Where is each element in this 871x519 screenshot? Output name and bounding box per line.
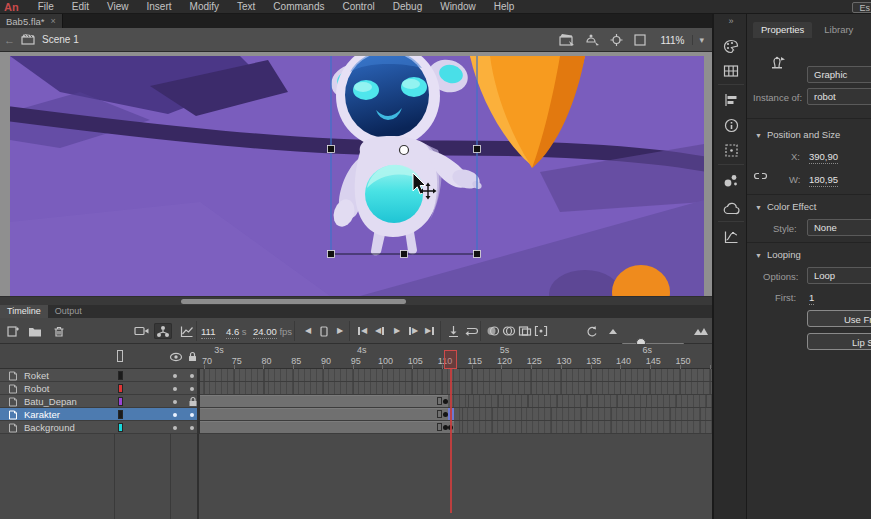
section-color-effect[interactable]: ▼Color Effect xyxy=(755,201,816,212)
center-stage-icon[interactable] xyxy=(609,33,624,47)
info-icon[interactable] xyxy=(721,115,741,135)
stage-canvas[interactable] xyxy=(0,52,712,296)
brush-library-icon[interactable] xyxy=(721,170,741,190)
layer-karakter[interactable]: Karakter xyxy=(0,408,197,421)
stage-zoom-dropdown[interactable]: 111% ▾ xyxy=(656,33,708,48)
show-parenting-view-button[interactable] xyxy=(154,323,172,339)
lock-column-icon[interactable] xyxy=(187,351,198,362)
empty-frames[interactable] xyxy=(454,421,712,433)
go-to-last-frame-button[interactable]: ▶ xyxy=(421,323,439,339)
layer-visibility-dot[interactable] xyxy=(173,400,177,404)
zoom-in-frames-icon[interactable] xyxy=(692,323,710,339)
menu-commands[interactable]: Commands xyxy=(264,1,333,12)
edit-symbols-icon[interactable] xyxy=(584,33,600,47)
center-playhead-button[interactable] xyxy=(444,323,462,339)
show-hide-column-icon[interactable] xyxy=(169,352,183,362)
layer-lock-dot[interactable] xyxy=(190,413,194,417)
layer-visibility-dot[interactable] xyxy=(173,413,177,417)
app-logo[interactable]: An xyxy=(4,1,19,13)
layer-lock-dot[interactable] xyxy=(190,374,194,378)
align-icon[interactable] xyxy=(721,90,741,110)
instance-name-field[interactable]: robot xyxy=(807,88,871,105)
swatches-icon[interactable] xyxy=(721,61,741,81)
back-arrow-icon[interactable]: ← xyxy=(4,34,15,46)
tab-library[interactable]: Library xyxy=(816,22,861,38)
motion-editor-icon[interactable] xyxy=(721,227,741,247)
stage-horizontal-scrollbar[interactable] xyxy=(0,296,712,305)
symbol-type-dropdown[interactable]: Graphic xyxy=(807,66,871,83)
first-frame-value[interactable]: 1 xyxy=(809,292,814,305)
elapsed-time[interactable]: 4.6 s xyxy=(226,326,247,337)
reset-timeline-zoom-button[interactable] xyxy=(583,323,601,339)
tab-output[interactable]: Output xyxy=(48,305,89,318)
menu-insert[interactable]: Insert xyxy=(138,1,181,12)
frames-track-karakter[interactable] xyxy=(200,408,712,421)
layer-outline-swatch[interactable] xyxy=(118,384,123,393)
layer-batu_depan[interactable]: Batu_Depan xyxy=(0,395,197,408)
menu-debug[interactable]: Debug xyxy=(384,1,431,12)
loop-playback-button[interactable] xyxy=(462,323,480,339)
workspace-switcher[interactable]: Es xyxy=(852,2,871,13)
close-tab-icon[interactable]: × xyxy=(51,16,56,26)
cc-libraries-icon[interactable] xyxy=(721,198,741,218)
step-forward-icon[interactable]: ▶ xyxy=(331,323,349,339)
playhead-line[interactable] xyxy=(450,369,452,513)
menu-help[interactable]: Help xyxy=(485,1,524,12)
section-looping[interactable]: ▼Looping xyxy=(755,249,801,260)
menu-window[interactable]: Window xyxy=(431,1,485,12)
layer-lock-dot[interactable] xyxy=(190,387,194,391)
frame-span[interactable] xyxy=(200,421,454,433)
style-dropdown[interactable]: None xyxy=(807,219,871,236)
layer-lock-dot[interactable] xyxy=(190,426,194,430)
timeline-ruler[interactable]: 3s4s5s6s 7075808590951001051101151201251… xyxy=(200,344,712,369)
collapse-panels-icon[interactable]: » xyxy=(714,16,748,26)
scene-name[interactable]: Scene 1 xyxy=(42,34,79,45)
layer-visibility-dot[interactable] xyxy=(173,387,177,391)
link-width-height-icon[interactable] xyxy=(753,170,768,182)
menu-text[interactable]: Text xyxy=(228,1,264,12)
playhead-marker[interactable] xyxy=(444,350,457,369)
modify-markers-button[interactable] xyxy=(532,323,550,339)
document-tab[interactable]: Bab5.fla* × xyxy=(0,14,63,28)
layer-outline-swatch[interactable] xyxy=(118,410,123,419)
frames-track-roket[interactable] xyxy=(200,369,712,382)
new-folder-button[interactable] xyxy=(26,323,44,339)
tab-properties[interactable]: Properties xyxy=(753,22,812,38)
frames-track-batu_depan[interactable] xyxy=(200,395,712,408)
frame-span[interactable] xyxy=(200,408,448,420)
layer-visibility-dot[interactable] xyxy=(173,374,177,378)
layer-visibility-dot[interactable] xyxy=(173,426,177,430)
transform-icon[interactable] xyxy=(721,140,741,160)
menu-control[interactable]: Control xyxy=(333,1,383,12)
horizontal-scroll-thumb[interactable] xyxy=(181,299,406,304)
transform-origin-point[interactable] xyxy=(400,146,409,155)
use-frame-picker-button[interactable]: Use Fra xyxy=(807,310,871,327)
frames-track-robot[interactable] xyxy=(200,382,712,395)
outline-color-column-icon[interactable] xyxy=(117,350,123,362)
menu-file[interactable]: File xyxy=(29,1,63,12)
empty-frames[interactable] xyxy=(200,382,712,394)
layer-roket[interactable]: Roket xyxy=(0,369,197,382)
new-layer-button[interactable] xyxy=(4,323,22,339)
clip-content-icon[interactable] xyxy=(633,33,647,47)
section-position-size[interactable]: ▼Position and Size xyxy=(755,129,840,140)
menu-edit[interactable]: Edit xyxy=(63,1,98,12)
go-to-first-frame-button[interactable]: ◀ xyxy=(353,323,371,339)
w-value[interactable]: 180,95 xyxy=(809,174,838,187)
empty-frames[interactable] xyxy=(448,395,712,407)
current-frame-counter[interactable]: 111 xyxy=(201,326,215,337)
edit-scene-icon[interactable] xyxy=(559,33,575,47)
keyframe-dot[interactable] xyxy=(443,425,448,430)
add-camera-button[interactable] xyxy=(132,323,150,339)
keyframe-dot[interactable] xyxy=(443,412,448,417)
step-back-one-frame-button[interactable]: ◀ xyxy=(371,323,389,339)
layer-robot[interactable]: Robot xyxy=(0,382,197,395)
empty-frames[interactable] xyxy=(200,369,712,381)
layer-background[interactable]: Background xyxy=(0,421,197,434)
empty-frames[interactable] xyxy=(454,408,712,420)
delete-layer-button[interactable] xyxy=(50,323,68,339)
keyframe-dot[interactable] xyxy=(443,399,448,404)
layer-outline-swatch[interactable] xyxy=(118,423,123,432)
loop-options-dropdown[interactable]: Loop xyxy=(807,267,871,284)
frame-rate[interactable]: 24.00 fps xyxy=(253,326,292,337)
